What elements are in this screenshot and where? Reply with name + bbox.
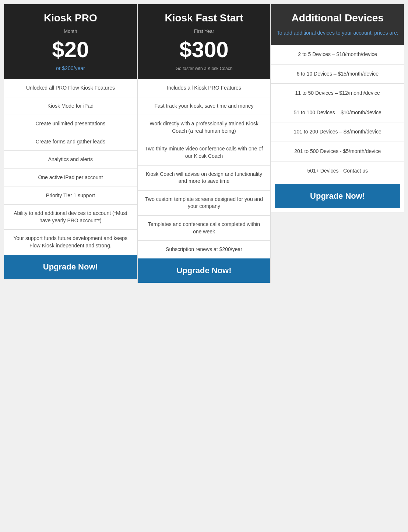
list-item: Includes all Kiosk PRO Features (138, 79, 271, 97)
kiosk-fast-start-features: Includes all Kiosk PRO FeaturesFast trac… (138, 79, 271, 258)
kiosk-fast-start-price: $300 (143, 37, 265, 62)
list-item: Create unlimited presentations (4, 115, 137, 133)
additional-devices-upgrade-container: Upgrade Now! (271, 180, 404, 212)
list-item: 6 to 10 Devices – $15/month/device (271, 65, 404, 84)
list-item: Kiosk Mode for iPad (4, 97, 137, 115)
kiosk-fast-start-subtitle: Go faster with a Kiosk Coach (143, 66, 265, 71)
kiosk-fast-start-title: Kiosk Fast Start (143, 12, 265, 24)
kiosk-pro-period: Month (10, 28, 131, 34)
list-item: Analytics and alerts (4, 151, 137, 169)
list-item: Subscription renews at $200/year (138, 241, 271, 258)
additional-devices-column: Additional Devices To add additional dev… (271, 4, 404, 212)
list-item: 501+ Devices - Contact us (271, 161, 404, 181)
kiosk-pro-title: Kiosk PRO (10, 12, 131, 24)
pricing-container: Kiosk PRO Month $20 or $200/year Unlocke… (4, 4, 404, 283)
list-item: Priority Tier 1 support (4, 187, 137, 205)
list-item: Ability to add additional devices to acc… (4, 205, 137, 230)
kiosk-fast-start-period: First Year (143, 28, 265, 34)
kiosk-fast-start-upgrade-button[interactable]: Upgrade Now! (138, 258, 271, 283)
kiosk-fast-start-header: Kiosk Fast Start First Year $300 Go fast… (138, 4, 271, 79)
kiosk-pro-features: Unlocked all PRO Flow Kiosk FeaturesKios… (4, 79, 137, 255)
list-item: Two custom template screens designed for… (138, 191, 271, 216)
additional-devices-subtitle: To add additional devices to your accoun… (277, 29, 398, 37)
additional-devices-header: Additional Devices To add additional dev… (271, 4, 404, 45)
list-item: Create forms and gather leads (4, 133, 137, 151)
list-item: One active iPad per account (4, 169, 137, 187)
list-item: Your support funds future development an… (4, 230, 137, 254)
device-tiers-list: 2 to 5 Devices – $18/month/device6 to 10… (271, 45, 404, 180)
list-item: Work directly with a professionally trai… (138, 115, 271, 140)
list-item: 2 to 5 Devices – $18/month/device (271, 45, 404, 65)
list-item: 51 to 100 Devices – $10/month/device (271, 103, 404, 123)
list-item: 101 to 200 Devices – $8/month/device (271, 122, 404, 142)
kiosk-pro-upgrade-button[interactable]: Upgrade Now! (4, 255, 137, 279)
kiosk-pro-column: Kiosk PRO Month $20 or $200/year Unlocke… (4, 4, 137, 279)
list-item: Unlocked all PRO Flow Kiosk Features (4, 79, 137, 97)
list-item: Two thirty minute video conference calls… (138, 140, 271, 165)
list-item: Templates and conference calls completed… (138, 216, 271, 241)
list-item: Kiosk Coach will advise on design and fu… (138, 166, 271, 191)
kiosk-pro-alt-price: or $200/year (10, 65, 131, 71)
list-item: Fast track your kiosk, save time and mon… (138, 97, 271, 115)
list-item: 201 to 500 Devices - $5/month/device (271, 142, 404, 161)
list-item: 11 to 50 Devices – $12/month/device (271, 84, 404, 103)
additional-devices-upgrade-button[interactable]: Upgrade Now! (275, 184, 400, 208)
kiosk-pro-price: $20 (10, 37, 131, 62)
kiosk-fast-start-column: Kiosk Fast Start First Year $300 Go fast… (137, 4, 271, 283)
additional-devices-title: Additional Devices (277, 12, 398, 24)
kiosk-pro-header: Kiosk PRO Month $20 or $200/year (4, 4, 137, 79)
